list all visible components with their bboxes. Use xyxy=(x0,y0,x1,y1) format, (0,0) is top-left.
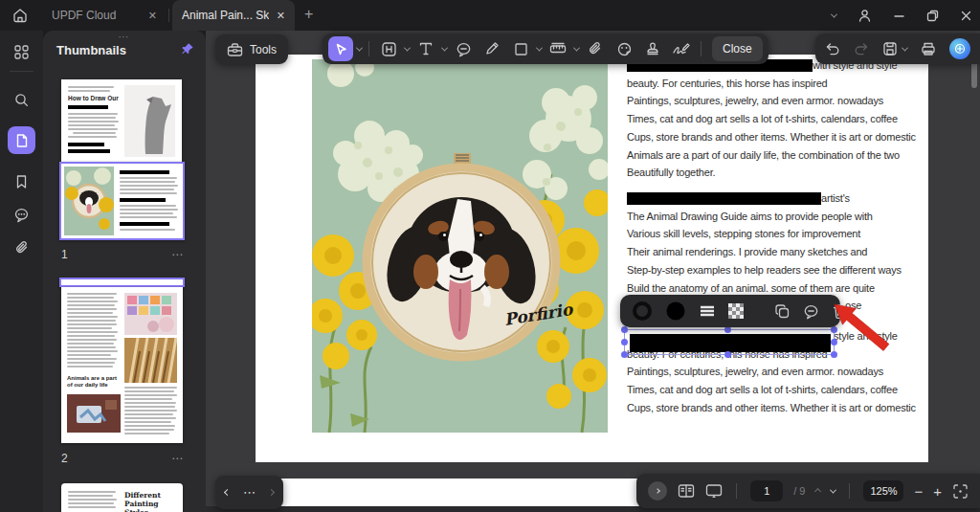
header-tool-button[interactable] xyxy=(376,36,401,61)
page-total: / 9 xyxy=(793,485,805,497)
undo-icon[interactable] xyxy=(825,42,840,56)
chevron-down-icon[interactable] xyxy=(573,44,580,51)
chevron-down-icon[interactable] xyxy=(404,44,411,51)
stroke-color-swatch[interactable] xyxy=(632,301,653,322)
print-icon[interactable] xyxy=(921,41,936,56)
resize-handle[interactable] xyxy=(621,351,628,358)
thumbnail-page3[interactable]: Different Painting Styles xyxy=(61,483,183,512)
thumb-heading: Animals are a part of our daily life xyxy=(67,375,121,389)
chevron-down-icon[interactable] xyxy=(902,44,908,51)
measure-tool-button[interactable] xyxy=(546,36,570,61)
search-icon[interactable] xyxy=(8,86,35,114)
more-icon[interactable]: ⋯ xyxy=(171,452,184,465)
redo-icon[interactable] xyxy=(854,42,869,56)
tools-button[interactable]: Tools xyxy=(215,34,288,64)
resize-handle[interactable] xyxy=(621,326,628,333)
restore-button[interactable] xyxy=(926,10,939,22)
thumb-heading: Different Painting Styles xyxy=(124,491,178,512)
next-page-icon[interactable] xyxy=(268,489,275,496)
redaction-bar-selected[interactable] xyxy=(630,334,831,352)
page-number-label: 2 xyxy=(61,452,68,465)
chevron-down-icon[interactable] xyxy=(441,44,448,51)
title-bar: UPDF Cloud ✕ Animal Pain... Skills(3)* ✕… xyxy=(0,0,980,31)
more-icon[interactable]: ⋯ xyxy=(171,248,184,261)
rail-divider xyxy=(10,71,33,72)
line-thickness-button[interactable] xyxy=(699,304,716,318)
ai-assistant-button[interactable] xyxy=(949,38,970,59)
close-tab-icon[interactable]: ✕ xyxy=(277,10,285,22)
text-tool-button[interactable] xyxy=(413,36,438,61)
resize-handle[interactable] xyxy=(724,326,731,333)
chevron-down-icon[interactable] xyxy=(356,44,363,51)
vertical-scrollbar[interactable] xyxy=(971,60,977,88)
tab-label: Animal Pain... Skills(3)* xyxy=(182,9,269,22)
pdf-page-1: Porfirio with style and style beauty. Fo… xyxy=(256,55,928,462)
thumbnail-page1-selected[interactable] xyxy=(59,162,185,240)
select-tool-button[interactable] xyxy=(328,36,353,61)
tab-separator xyxy=(168,9,169,22)
tab-updf-cloud[interactable]: UPDF Cloud ✕ xyxy=(42,0,167,31)
close-tab-icon[interactable]: ✕ xyxy=(148,10,157,22)
home-icon[interactable] xyxy=(11,7,29,24)
stamp-tool-button[interactable] xyxy=(640,36,665,61)
edit-toolbar: Close xyxy=(323,33,768,64)
thumbnail-page2[interactable]: Animals are a part of our daily life xyxy=(61,287,183,443)
thumbnail-page2-viewport[interactable] xyxy=(59,278,185,287)
bookmark-icon[interactable] xyxy=(8,167,35,195)
selected-redaction[interactable] xyxy=(624,329,835,355)
duplicate-icon[interactable] xyxy=(774,303,791,320)
paragraph-1: with style and style beauty. For centuri… xyxy=(627,56,925,182)
thumbnail-page1-top[interactable]: How to Draw Our xyxy=(61,79,182,163)
resize-handle[interactable] xyxy=(621,339,628,345)
toolbox-icon xyxy=(227,42,243,57)
zoom-out-button[interactable]: − xyxy=(914,484,923,499)
prev-page-icon[interactable] xyxy=(224,489,231,496)
zoom-level-input[interactable]: 125% xyxy=(863,480,903,501)
pen-tool-button[interactable] xyxy=(479,36,504,61)
comment-tool-button[interactable] xyxy=(451,36,476,61)
comment-icon[interactable] xyxy=(803,303,819,320)
tools-label: Tools xyxy=(250,43,277,56)
opacity-button[interactable] xyxy=(728,303,744,319)
document-area: Porfirio with style and style beauty. Fo… xyxy=(206,31,980,512)
close-window-button[interactable] xyxy=(960,10,972,22)
redaction-bar[interactable] xyxy=(627,192,821,205)
chevron-down-icon[interactable] xyxy=(831,11,837,17)
signature-tool-button[interactable] xyxy=(669,36,694,61)
view-controls-bar: 1 / 9 125% − + xyxy=(636,474,980,508)
presentation-icon[interactable] xyxy=(705,483,723,499)
left-rail xyxy=(0,31,43,512)
save-button[interactable] xyxy=(882,41,907,56)
comments-icon[interactable] xyxy=(8,201,35,229)
more-icon[interactable]: ⋯ xyxy=(243,485,256,500)
annotation-format-bar xyxy=(620,295,840,327)
embroidery-photo: Porfirio xyxy=(312,59,608,433)
attach-tool-button[interactable] xyxy=(583,36,608,61)
next-page-button[interactable] xyxy=(830,486,836,493)
new-tab-button[interactable]: + xyxy=(304,6,313,23)
page-number-input[interactable]: 1 xyxy=(750,480,783,501)
collapse-bar-icon[interactable] xyxy=(648,481,667,501)
previous-page-button[interactable] xyxy=(814,487,821,494)
pin-icon[interactable] xyxy=(181,42,194,56)
zoom-in-button[interactable]: + xyxy=(933,484,942,499)
tab-animal-painting[interactable]: Animal Pain... Skills(3)* ✕ xyxy=(172,0,295,31)
page-number-label: 1 xyxy=(61,248,68,261)
page-layout-icon[interactable] xyxy=(678,483,695,499)
resize-handle[interactable] xyxy=(724,351,731,358)
fill-color-swatch[interactable] xyxy=(665,301,686,322)
minimize-button[interactable] xyxy=(893,10,905,22)
page-nav-bar: ⋯ xyxy=(215,476,283,509)
red-pointer-arrow xyxy=(833,302,894,356)
fit-screen-icon[interactable] xyxy=(952,483,969,500)
chevron-down-icon[interactable] xyxy=(536,44,543,51)
account-icon[interactable] xyxy=(858,9,872,23)
shape-tool-button[interactable] xyxy=(508,36,533,61)
close-edit-button[interactable]: Close xyxy=(712,36,763,61)
thumbnails-panel: ⋯ Thumbnails How to Draw Our xyxy=(43,31,206,512)
sticker-tool-button[interactable] xyxy=(612,36,636,61)
sidebar-item-thumbnails[interactable] xyxy=(8,126,35,154)
dog-sketch xyxy=(124,85,175,157)
attachment-icon[interactable] xyxy=(8,234,35,261)
apps-grid-icon[interactable] xyxy=(8,38,35,66)
